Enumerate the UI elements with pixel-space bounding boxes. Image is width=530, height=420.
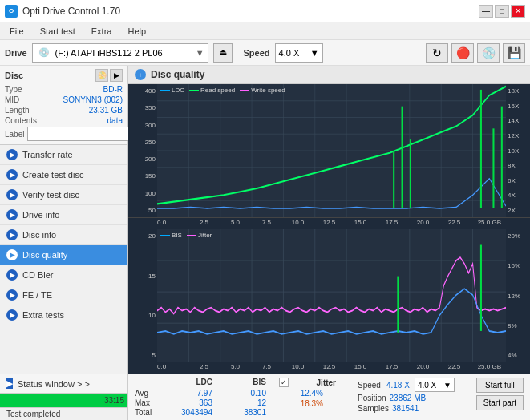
speed-arrow: ▼ (310, 48, 319, 58)
nav-item-drive-info[interactable]: ▶ Drive info (0, 205, 127, 225)
stats-max-label: Max (135, 398, 159, 407)
position-value: 23862 MB (390, 394, 427, 402)
stats-bis-avg: 0.10 (222, 389, 266, 398)
disc-panel: Disc 📀 ▶ Type BD-R MID SONYNN3 (002) Len… (0, 66, 127, 145)
chart-svg-top (157, 84, 506, 217)
nav-items: ▶ Transfer rate ▶ Create test disc ▶ Ver… (0, 145, 127, 374)
menu-help[interactable]: Help (121, 25, 152, 38)
start-buttons: Start full Start part (476, 378, 524, 410)
stats-avg-label: Avg (135, 389, 159, 398)
jitter-checkbox[interactable]: ✓ (279, 378, 289, 387)
nav-icon-create-test-disc: ▶ (6, 169, 18, 180)
menu-bar: File Start test Extra Help (0, 22, 530, 40)
nav-item-create-test-disc[interactable]: ▶ Create test disc (0, 165, 127, 185)
time-display: 33:15 (104, 396, 124, 405)
disc-quality-title: Disc quality (151, 69, 204, 80)
chart-legend-top: LDC Read speed Write speed (160, 87, 285, 94)
drive-eject-button[interactable]: ⏏ (213, 43, 233, 63)
nav-label-fe-te: FE / TE (22, 290, 52, 300)
stats-bis-header: BIS (222, 378, 266, 386)
nav-item-extra-tests[interactable]: ▶ Extra tests (0, 305, 127, 325)
chart-svg-bottom (157, 229, 506, 362)
start-part-button[interactable]: Start part (476, 395, 524, 410)
drive-select[interactable]: 💿 (F:) ATAPI iHBS112 2 PL06 ▼ (32, 43, 208, 63)
window-title: Opti Drive Control 1.70 (22, 6, 120, 17)
nav-icon-fe-te: ▶ (6, 289, 18, 301)
nav-item-cd-bler[interactable]: ▶ CD Bler (0, 265, 127, 285)
label-input[interactable] (27, 127, 134, 141)
status-window-button[interactable]: ▶ Status window > > (0, 374, 127, 393)
nav-label-create-test-disc: Create test disc (22, 170, 83, 180)
stats-empty-header (135, 378, 159, 386)
speed-select-val: 4.0 X (418, 381, 436, 390)
chart-x-axis-bottom: 0.0 2.5 5.0 7.5 10.0 12.5 15.0 17.5 20.0… (128, 362, 530, 374)
stats-speed: Speed 4.18 X 4.0 X ▼ Position 23862 MB S… (358, 378, 455, 413)
minimize-button[interactable]: — (479, 5, 493, 18)
mid-label: MID (5, 95, 19, 104)
nav-item-verify-test-disc[interactable]: ▶ Verify test disc (0, 185, 127, 205)
disc-quality-header: i Disc quality (128, 66, 530, 84)
nav-item-disc-info[interactable]: ▶ Disc info (0, 225, 127, 245)
sidebar-bottom: ▶ Status window > > 33:15 Test completed (0, 374, 127, 420)
chart-ldc: 40035030025020015010050 LDC Read speed (128, 84, 530, 218)
stats-ldc-header: LDC (168, 378, 212, 386)
nav-item-disc-quality[interactable]: ▶ Disc quality (0, 245, 127, 265)
speed-select[interactable]: 4.0 X ▼ (275, 43, 323, 63)
drive-icon: 💿 (36, 45, 52, 61)
stats-bis-max: 12 (222, 398, 266, 407)
title-bar: O Opti Drive Control 1.70 — □ ✕ (0, 0, 530, 22)
stats-jitter-max: 18.3% (279, 399, 323, 408)
legend-bis-label: BIS (172, 232, 182, 239)
content-area: i Disc quality 40035030025020015010050 (128, 66, 530, 420)
speed-value-stats: 4.18 X (386, 381, 410, 390)
close-button[interactable]: ✕ (511, 5, 525, 18)
drive-label: Drive (5, 48, 27, 58)
menu-file[interactable]: File (3, 25, 30, 38)
nav-icon-drive-info: ▶ (6, 209, 18, 220)
chart-y-right-top: 18X16X14X12X10X8X6X4X2X (506, 84, 530, 217)
start-full-button[interactable]: Start full (476, 378, 524, 393)
legend-jitter-label: Jitter (198, 232, 212, 239)
speed-select-stats[interactable]: 4.0 X ▼ (415, 378, 455, 392)
legend-jitter (187, 235, 196, 236)
stats-total-label: Total (135, 408, 159, 417)
length-label: Length (5, 106, 30, 115)
legend-read (189, 90, 199, 91)
main-area: Disc 📀 ▶ Type BD-R MID SONYNN3 (002) Len… (0, 66, 530, 420)
sidebar: Disc 📀 ▶ Type BD-R MID SONYNN3 (002) Len… (0, 66, 128, 420)
disc-icon-2[interactable]: ▶ (110, 69, 123, 82)
refresh-button[interactable]: ↻ (426, 43, 448, 63)
stats-jitter-avg: 12.4% (279, 389, 323, 398)
stats-jitter: ✓ Jitter 12.4% 18.3% (279, 378, 336, 408)
speed-dropdown-arrow: ▼ (443, 381, 451, 390)
charts-container: 40035030025020015010050 LDC Read speed (128, 84, 530, 420)
nav-icon-cd-bler: ▶ (6, 269, 18, 281)
nav-item-fe-te[interactable]: ▶ FE / TE (0, 285, 127, 305)
stats-table: LDC BIS Avg 7.97 0.10 Max 363 12 Total (135, 378, 266, 417)
chart-legend-bottom: BIS Jitter (160, 232, 212, 239)
stats-ldc-total: 3043494 (168, 408, 212, 417)
maximize-button[interactable]: □ (495, 5, 509, 18)
speed-label: Speed (244, 48, 270, 58)
position-label: Position (358, 394, 386, 402)
drive-bar: Drive 💿 (F:) ATAPI iHBS112 2 PL06 ▼ ⏏ Sp… (0, 40, 530, 66)
menu-start-test[interactable]: Start test (34, 25, 82, 38)
nav-item-transfer-rate[interactable]: ▶ Transfer rate (0, 145, 127, 165)
legend-read-label: Read speed (200, 87, 235, 94)
chart-main-bottom: BIS Jitter (157, 229, 506, 362)
disc-icon-1[interactable]: 📀 (95, 69, 108, 82)
nav-label-drive-info: Drive info (22, 210, 59, 220)
disc-rw-button[interactable]: 💿 (477, 43, 500, 63)
nav-label-extra-tests: Extra tests (22, 310, 64, 320)
legend-bis (160, 235, 170, 236)
menu-extra[interactable]: Extra (85, 25, 119, 38)
length-value: 23.31 GB (89, 106, 123, 115)
legend-ldc (160, 90, 170, 91)
save-button[interactable]: 💾 (503, 43, 525, 63)
legend-ldc-label: LDC (172, 87, 184, 94)
stats-bar: LDC BIS Avg 7.97 0.10 Max 363 12 Total (128, 374, 530, 420)
disc-burn-button[interactable]: 🔴 (451, 43, 474, 63)
chart-y-right-bottom: 20%16%12%8%4% (506, 229, 530, 362)
nav-label-transfer-rate: Transfer rate (22, 150, 73, 160)
type-value: BD-R (103, 85, 123, 94)
